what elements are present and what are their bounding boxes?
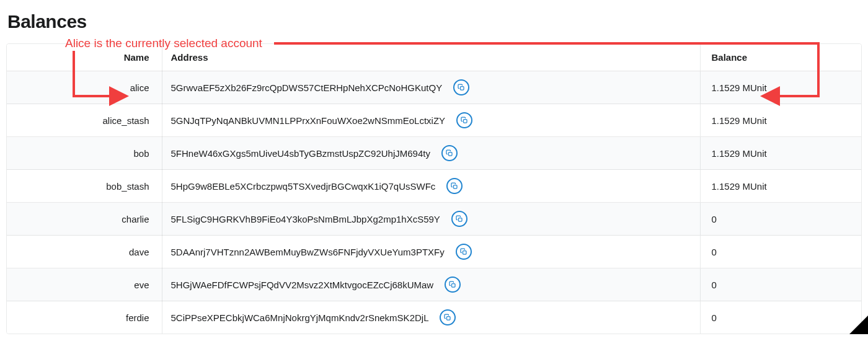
balances-table: Name Address Balance alice5GrwvaEF5zXb26… <box>7 44 861 334</box>
account-address-cell: 5FLSigC9HGRKVhB9FiEo4Y3koPsNmBmLJbpXg2mp… <box>162 203 700 236</box>
copy-address-button[interactable] <box>456 112 472 128</box>
account-name-cell: alice_stash <box>7 104 162 137</box>
table-row: ferdie5CiPPseXPECbkjWCa6MnjNokrgYjMqmKnd… <box>7 301 861 334</box>
account-address: 5HGjWAeFDfFCWPsjFQdVV2Msvz2XtMktvgocEZcC… <box>171 280 434 290</box>
copy-address-button[interactable] <box>451 211 467 227</box>
copy-icon <box>460 248 467 255</box>
copy-icon <box>456 215 463 223</box>
table-row: eve5HGjWAeFDfFCWPsjFQdVV2Msvz2XtMktvgocE… <box>7 268 861 301</box>
table-row: bob5FHneW46xGXgs5mUiveU4sbTyGBzmstUspZC9… <box>7 137 861 170</box>
account-address-cell: 5FHneW46xGXgs5mUiveU4sbTyGBzmstUspZC92Uh… <box>162 137 700 170</box>
account-balance-cell: 0 <box>700 268 861 301</box>
account-address: 5HpG9w8EBLe5XCrbczpwq5TSXvedjrBGCwqxK1iQ… <box>171 181 436 192</box>
account-balance-cell: 1.1529 MUnit <box>700 170 861 203</box>
copy-icon <box>458 84 465 91</box>
svg-rect-8 <box>447 317 451 321</box>
table-row: alice5GrwvaEF5zXb26Fz9rcQpDWS57CtERHpNeh… <box>7 71 861 104</box>
account-name-cell: alice <box>7 71 162 104</box>
copy-address-button[interactable] <box>446 178 463 194</box>
table-row: bob_stash5HpG9w8EBLe5XCrbczpwq5TSXvedjrB… <box>7 170 861 203</box>
svg-rect-4 <box>454 185 458 189</box>
corner-decoration <box>849 316 868 334</box>
account-address-cell: 5GNJqTPyNqANBkUVMN1LPPrxXnFouWXoe2wNSmmE… <box>162 104 700 137</box>
svg-rect-6 <box>463 251 466 255</box>
account-address: 5DAAnrj7VHTznn2AWBemMuyBwZWs6FNFjdyVXUeY… <box>171 247 445 257</box>
account-name-cell: dave <box>7 236 162 268</box>
svg-rect-3 <box>448 153 452 156</box>
account-address: 5FHneW46xGXgs5mUiveU4sbTyGBzmstUspZC92Uh… <box>171 148 430 159</box>
account-balance-cell: 0 <box>700 301 861 334</box>
copy-icon <box>451 182 458 190</box>
account-address-cell: 5HpG9w8EBLe5XCrbczpwq5TSXvedjrBGCwqxK1iQ… <box>162 170 700 203</box>
copy-address-button[interactable] <box>453 79 469 95</box>
svg-rect-5 <box>458 218 462 222</box>
svg-rect-2 <box>464 120 467 123</box>
account-address-cell: 5HGjWAeFDfFCWPsjFQdVV2Msvz2XtMktvgocEZcC… <box>162 268 700 301</box>
account-name-cell: bob <box>7 137 162 170</box>
table-row: dave5DAAnrj7VHTznn2AWBemMuyBwZWs6FNFjdyV… <box>7 236 861 268</box>
account-name-cell: eve <box>7 268 162 301</box>
account-address: 5GNJqTPyNqANBkUVMN1LPPrxXnFouWXoe2wNSmmE… <box>171 115 446 126</box>
copy-icon <box>461 117 468 124</box>
svg-rect-1 <box>461 87 464 91</box>
account-balance-cell: 1.1529 MUnit <box>700 104 861 137</box>
copy-address-button[interactable] <box>445 277 461 293</box>
page-title: Balances <box>7 11 862 32</box>
account-address: 5CiPPseXPECbkjWCa6MnjNokrgYjMqmKndv2rSne… <box>171 312 429 323</box>
copy-address-button[interactable] <box>441 145 458 161</box>
account-name-cell: charlie <box>7 203 162 236</box>
account-address-cell: 5GrwvaEF5zXb26Fz9rcQpDWS57CtERHpNehXCPcN… <box>162 71 700 104</box>
table-row: charlie5FLSigC9HGRKVhB9FiEo4Y3koPsNmBmLJ… <box>7 203 861 236</box>
header-balance: Balance <box>700 44 861 71</box>
account-balance-cell: 1.1529 MUnit <box>700 137 861 170</box>
account-address: 5GrwvaEF5zXb26Fz9rcQpDWS57CtERHpNehXCPcN… <box>171 82 443 93</box>
copy-icon <box>449 281 456 288</box>
account-balance-cell: 1.1529 MUnit <box>700 71 861 104</box>
account-balance-cell: 0 <box>700 236 861 268</box>
svg-rect-7 <box>452 284 456 288</box>
header-address: Address <box>162 44 700 71</box>
account-address-cell: 5CiPPseXPECbkjWCa6MnjNokrgYjMqmKndv2rSne… <box>162 301 700 334</box>
account-name-cell: ferdie <box>7 301 162 334</box>
balances-table-wrap: Name Address Balance alice5GrwvaEF5zXb26… <box>6 43 862 334</box>
table-row: alice_stash5GNJqTPyNqANBkUVMN1LPPrxXnFou… <box>7 104 861 137</box>
copy-address-button[interactable] <box>456 244 472 260</box>
account-address: 5FLSigC9HGRKVhB9FiEo4Y3koPsNmBmLJbpXg2mp… <box>171 214 440 224</box>
copy-address-button[interactable] <box>440 309 456 325</box>
account-balance-cell: 0 <box>700 203 861 236</box>
account-address-cell: 5DAAnrj7VHTznn2AWBemMuyBwZWs6FNFjdyVXUeY… <box>162 236 700 268</box>
header-name: Name <box>7 44 162 71</box>
copy-icon <box>444 314 451 321</box>
copy-icon <box>446 149 453 157</box>
account-name-cell: bob_stash <box>7 170 162 203</box>
